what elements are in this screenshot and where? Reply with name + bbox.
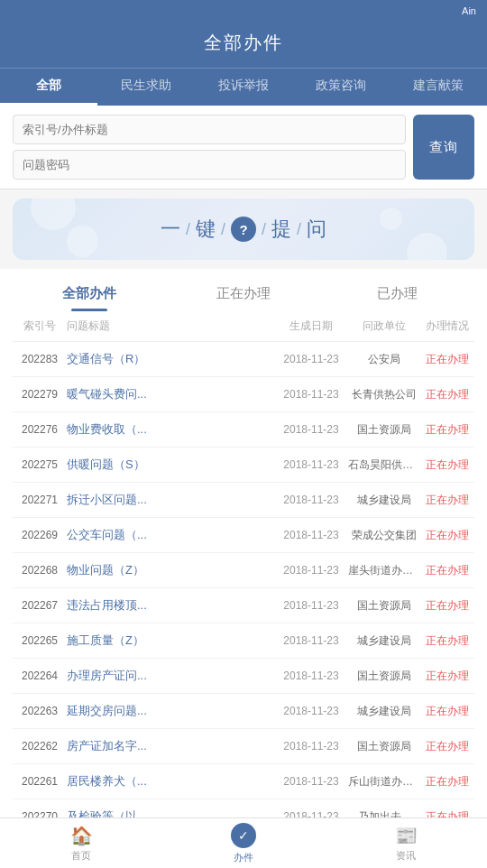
row-dept: 石岛昊阳供热... [348,457,420,473]
status-bar: Ain [0,0,487,22]
tab-livelihood[interactable]: 民生求助 [97,69,195,106]
search-row: 查询 [13,115,474,180]
banner-div4: / [297,220,301,239]
row-status: 正在办理 [420,774,474,790]
row-status: 正在办理 [420,563,474,578]
row-dept: 国土资源局 [348,739,420,754]
table-row[interactable]: 202271 拆迁小区问题... 2018-11-23 城乡建设局 正在办理 [13,483,474,518]
nav-news[interactable]: 📰 资讯 [325,818,487,868]
row-dept: 崖头街道办事... [348,563,420,578]
search-password-input[interactable] [13,150,406,180]
table-container: 索引号 问题标题 生成日期 问政单位 办理情况 202283 交通信号（R） 2… [0,311,487,835]
nav-news-label: 资讯 [396,849,416,863]
row-dept: 城乡建设局 [348,633,420,649]
row-status: 正在办理 [420,669,474,684]
row-date: 2018-11-23 [274,740,348,753]
search-inputs [13,115,406,180]
table-row[interactable]: 202262 房产证加名字... 2018-11-23 国土资源局 正在办理 [13,729,474,764]
page-title: 全部办件 [0,31,487,55]
row-date: 2018-11-23 [274,423,348,436]
row-id: 202262 [13,740,67,753]
row-dept: 国土资源局 [348,598,420,614]
tab-all[interactable]: 全部 [0,69,97,106]
row-title: 供暖问题（S） [67,457,274,473]
row-status: 正在办理 [420,528,474,543]
banner-div2: / [221,220,225,239]
section-tabs: 全部办件 正在办理 已办理 [0,269,487,311]
table-row[interactable]: 202283 交通信号（R） 2018-11-23 公安局 正在办理 [13,342,474,377]
header-status: 办理情况 [420,319,474,334]
banner-div1: / [186,220,190,239]
section-tab-processing[interactable]: 正在办理 [167,278,321,311]
tab-policy[interactable]: 政策咨询 [292,69,390,106]
row-dept: 国土资源局 [348,669,420,684]
row-title: 施工质量（Z） [67,633,274,649]
row-dept: 城乡建设局 [348,493,420,508]
section-tab-done[interactable]: 已办理 [320,278,474,311]
nav-home[interactable]: 🏠 首页 [0,818,162,868]
row-date: 2018-11-23 [274,599,348,612]
table-row[interactable]: 202264 办理房产证问... 2018-11-23 国土资源局 正在办理 [13,659,474,694]
nav-affairs[interactable]: ✓ 办件 [162,818,325,868]
header-title: 问题标题 [67,319,274,334]
table-row[interactable]: 202276 物业费收取（... 2018-11-23 国土资源局 正在办理 [13,412,474,448]
row-status: 正在办理 [420,387,474,402]
row-id: 202267 [13,599,67,612]
row-title: 办理房产证问... [67,668,274,684]
row-date: 2018-11-23 [274,458,348,471]
row-title: 公交车问题（... [67,527,274,543]
table-row[interactable]: 202269 公交车问题（... 2018-11-23 荣成公交集团 正在办理 [13,518,474,553]
header: 全部办件 [0,22,487,68]
row-dept: 长青供热公司 [348,387,420,402]
row-date: 2018-11-23 [274,705,348,717]
row-status: 正在办理 [420,457,474,473]
tab-suggestion[interactable]: 建言献策 [390,69,487,106]
affairs-icon: ✓ [231,823,256,848]
header-date: 生成日期 [274,319,348,334]
row-date: 2018-11-23 [274,494,348,506]
row-title: 暖气碰头费问... [67,386,274,402]
row-date: 2018-11-23 [274,529,348,541]
row-id: 202279 [13,388,67,401]
row-id: 202275 [13,458,67,471]
table-row[interactable]: 202265 施工质量（Z） 2018-11-23 城乡建设局 正在办理 [13,623,474,659]
search-index-input[interactable] [13,115,406,144]
banner-content: 一 / 键 / ? / 提 / 问 [161,216,326,243]
header-dept: 问政单位 [348,319,420,334]
row-title: 物业问题（Z） [67,562,274,578]
status-time: Ain [462,5,476,16]
section-tab-all[interactable]: 全部办件 [13,278,167,311]
news-icon: 📰 [395,825,418,846]
row-id: 202283 [13,353,67,365]
banner[interactable]: 一 / 键 / ? / 提 / 问 [13,199,474,260]
table-header: 索引号 问题标题 生成日期 问政单位 办理情况 [13,311,474,342]
row-date: 2018-11-23 [274,775,348,788]
row-title: 违法占用楼顶... [67,597,274,614]
table-row[interactable]: 202268 物业问题（Z） 2018-11-23 崖头街道办事... 正在办理 [13,553,474,588]
table-row[interactable]: 202263 延期交房问题... 2018-11-23 城乡建设局 正在办理 [13,694,474,729]
table-row[interactable]: 202261 居民楼养犬（... 2018-11-23 斥山街道办事... 正在… [13,764,474,799]
row-status: 正在办理 [420,598,474,614]
row-id: 202263 [13,705,67,717]
home-icon: 🏠 [70,825,93,846]
row-status: 正在办理 [420,704,474,719]
table-row[interactable]: 202267 违法占用楼顶... 2018-11-23 国土资源局 正在办理 [13,588,474,623]
row-date: 2018-11-23 [274,388,348,401]
table-row[interactable]: 202279 暖气碰头费问... 2018-11-23 长青供热公司 正在办理 [13,377,474,412]
row-title: 房产证加名字... [67,738,274,754]
row-date: 2018-11-23 [274,634,348,647]
banner-char2: 键 [196,216,216,243]
tab-complaint[interactable]: 投诉举报 [195,69,292,106]
table-row[interactable]: 202275 供暖问题（S） 2018-11-23 石岛昊阳供热... 正在办理 [13,448,474,483]
row-status: 正在办理 [420,739,474,754]
row-title: 居民楼养犬（... [67,773,274,790]
row-id: 202261 [13,775,67,788]
banner-char3: 提 [271,216,291,243]
table-rows: 202283 交通信号（R） 2018-11-23 公安局 正在办理 20227… [13,342,474,835]
row-dept: 斥山街道办事... [348,774,420,790]
row-dept: 公安局 [348,352,420,367]
row-id: 202269 [13,529,67,541]
bottom-nav: 🏠 首页 ✓ 办件 📰 资讯 [0,817,487,868]
row-dept: 荣成公交集团 [348,528,420,543]
search-button[interactable]: 查询 [413,115,474,180]
